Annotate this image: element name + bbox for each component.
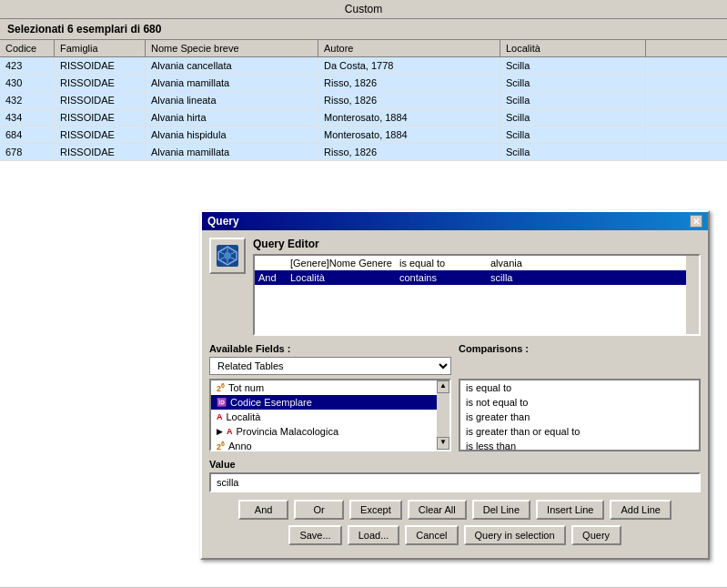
condition-value-2: scilla <box>490 272 695 283</box>
related-tables-dropdown[interactable]: Related Tables <box>209 357 451 375</box>
cell-nome: Alvania cancellata <box>146 57 318 74</box>
comp-is-equal[interactable]: is equal to <box>460 380 699 395</box>
scroll-down-button[interactable]: ▼ <box>437 437 449 450</box>
cell-localita: Scilla <box>500 57 646 74</box>
cell-famiglia: RISSOIDAE <box>55 127 146 143</box>
cell-autore: Risso, 1826 <box>318 75 500 91</box>
table-row[interactable]: 432 RISSOIDAE Alvania lineata Risso, 182… <box>0 92 727 109</box>
list-item-label: Provincia Malacologica <box>237 426 339 437</box>
cell-localita: Scilla <box>500 92 646 108</box>
load-button[interactable]: Load... <box>348 525 400 545</box>
comp-is-not-equal[interactable]: is not equal to <box>460 395 699 410</box>
cell-nome: Alvania lineata <box>146 92 318 108</box>
dialog-content: Query Editor [Genere]Nome Genere is equa… <box>202 230 708 558</box>
cell-famiglia: RISSOIDAE <box>55 109 146 126</box>
button-row-1: And Or Except Clear All Del Line Insert … <box>209 500 701 520</box>
cell-autore: Da Costa, 1778 <box>318 57 500 74</box>
cancel-button[interactable]: Cancel <box>405 525 458 545</box>
col-header-codice: Codice <box>0 40 55 56</box>
list-item-tot-num[interactable]: 26 Tot num <box>211 380 449 395</box>
list-item-label: Tot num <box>228 382 264 393</box>
value-label: Value <box>209 459 701 470</box>
fields-scrollbar[interactable]: ▲ ▼ <box>437 380 449 450</box>
table-row[interactable]: 430 RISSOIDAE Alvania mamillata Risso, 1… <box>0 75 727 92</box>
cell-codice: 432 <box>0 92 55 108</box>
table-row[interactable]: 434 RISSOIDAE Alvania hirta Monterosato,… <box>0 109 727 127</box>
comp-is-greater-equal[interactable]: is greater than or equal to <box>460 424 699 439</box>
condition-connector-1 <box>258 258 290 269</box>
available-fields-panel: Available Fields : Related Tables 26 Tot… <box>209 343 451 451</box>
cell-autore: Risso, 1826 <box>318 92 500 108</box>
app-title: Custom <box>345 3 382 15</box>
svg-point-2 <box>224 252 231 259</box>
condition-connector-2: And <box>258 272 290 283</box>
condition-row-2[interactable]: And Località contains scilla <box>255 270 699 285</box>
value-input[interactable] <box>209 472 701 492</box>
list-item-anno[interactable]: 26 Anno <box>211 439 449 451</box>
condition-comp-1: is equal to <box>399 258 490 269</box>
cell-localita: Scilla <box>500 109 646 126</box>
table-row[interactable]: 678 RISSOIDAE Alvania mamillata Risso, 1… <box>0 144 727 161</box>
cell-codice: 430 <box>0 75 55 91</box>
scroll-up-button[interactable]: ▲ <box>437 380 449 393</box>
calc-icon: 26 <box>217 382 225 393</box>
calc-icon-2: 26 <box>217 441 225 451</box>
condition-comp-2: contains <box>399 272 490 283</box>
table-body: 423 RISSOIDAE Alvania cancellata Da Cost… <box>0 57 727 161</box>
text-icon: A <box>217 412 223 421</box>
query-conditions-box[interactable]: [Genere]Nome Genere is equal to alvania … <box>253 254 701 336</box>
comparisons-panel: Comparisons : is equal to is not equal t… <box>459 343 701 451</box>
except-button[interactable]: Except <box>349 500 402 520</box>
col-header-autore: Autore <box>318 40 500 56</box>
query-in-selection-button[interactable]: Query in selection <box>464 525 566 545</box>
cell-localita: Scilla <box>500 144 646 160</box>
and-button[interactable]: And <box>238 500 288 520</box>
query-button[interactable]: Query <box>571 525 621 545</box>
del-line-button[interactable]: Del Line <box>472 500 530 520</box>
query-editor-icon <box>209 238 246 274</box>
comparisons-label: Comparisons : <box>459 343 701 354</box>
list-item-codice[interactable]: 🆔 Codice Esemplare <box>211 395 449 410</box>
available-fields-list[interactable]: 26 Tot num 🆔 Codice Esemplare A Località <box>209 379 451 451</box>
add-line-button[interactable]: Add Line <box>610 500 671 520</box>
table-row[interactable]: 423 RISSOIDAE Alvania cancellata Da Cost… <box>0 57 727 75</box>
cell-codice: 678 <box>0 144 55 160</box>
comparisons-list[interactable]: is equal to is not equal to is greater t… <box>459 379 701 451</box>
insert-line-button[interactable]: Insert Line <box>536 500 604 520</box>
cell-nome: Alvania hirta <box>146 109 318 126</box>
cell-famiglia: RISSOIDAE <box>55 144 146 160</box>
save-button[interactable]: Save... <box>288 525 341 545</box>
cell-codice: 434 <box>0 109 55 126</box>
comp-is-greater[interactable]: is greater than <box>460 410 699 424</box>
available-fields-label: Available Fields : <box>209 343 451 354</box>
condition-field-1: [Genere]Nome Genere <box>290 258 399 269</box>
col-header-localita: Località <box>500 40 646 56</box>
col-header-nome: Nome Specie breve <box>146 40 318 56</box>
cell-localita: Scilla <box>500 127 646 143</box>
condition-field-2: Località <box>290 272 399 283</box>
condition-row-1[interactable]: [Genere]Nome Genere is equal to alvania <box>255 256 699 270</box>
list-item-provincia[interactable]: ▶ A Provincia Malacologica <box>211 424 449 439</box>
cell-nome: Alvania hispidula <box>146 127 318 143</box>
cell-autore: Monterosato, 1884 <box>318 127 500 143</box>
title-bar: Custom <box>0 0 727 19</box>
dialog-close-button[interactable]: ✕ <box>690 215 702 228</box>
clear-all-button[interactable]: Clear All <box>408 500 467 520</box>
cell-localita: Scilla <box>500 75 646 91</box>
or-button[interactable]: Or <box>294 500 344 520</box>
list-item-localita[interactable]: A Località <box>211 410 449 424</box>
codice-icon: 🆔 <box>217 398 227 407</box>
cell-codice: 423 <box>0 57 55 74</box>
conditions-scrollbar[interactable] <box>686 256 699 334</box>
query-editor-label: Query Editor <box>253 238 701 250</box>
col-header-famiglia: Famiglia <box>55 40 146 56</box>
cell-famiglia: RISSOIDAE <box>55 75 146 91</box>
table-row[interactable]: 684 RISSOIDAE Alvania hispidula Monteros… <box>0 127 727 144</box>
comp-is-less[interactable]: is less than <box>460 439 699 451</box>
query-editor-right: Query Editor [Genere]Nome Genere is equa… <box>253 238 701 336</box>
list-item-label: Codice Esemplare <box>230 397 312 408</box>
condition-value-1: alvania <box>490 258 695 269</box>
cell-autore: Monterosato, 1884 <box>318 109 500 126</box>
list-item-label: Località <box>227 411 261 422</box>
cell-autore: Risso, 1826 <box>318 144 500 160</box>
